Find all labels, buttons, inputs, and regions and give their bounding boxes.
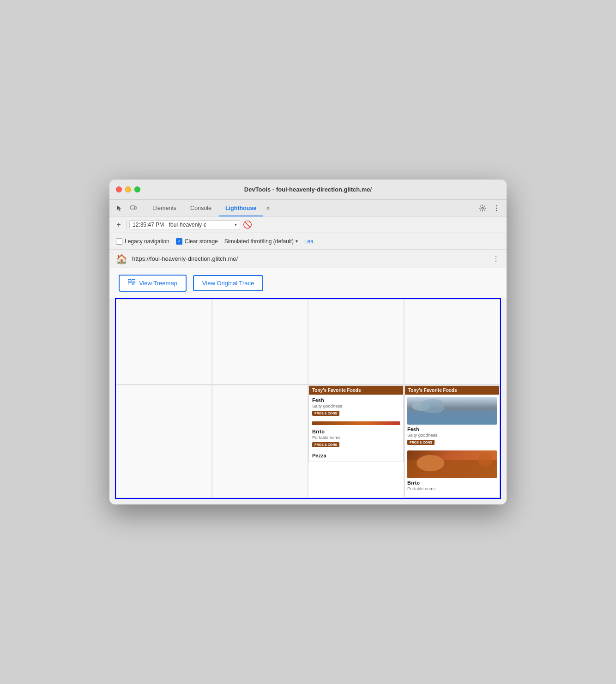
url-bar[interactable]: 12:35:47 PM - foul-heavenly-c ▾ (129, 220, 240, 229)
more-tabs-button[interactable]: » (264, 205, 272, 211)
svg-rect-7 (128, 283, 133, 285)
view-treemap-label: View Treemap (139, 280, 177, 287)
legacy-nav-label: Legacy navigation (125, 238, 169, 245)
window-title: DevTools - foul-heavenly-direction.glitc… (244, 186, 372, 193)
learn-more-link[interactable]: Lea (304, 238, 314, 245)
svg-rect-0 (131, 206, 135, 209)
tab-elements[interactable]: Elements (146, 200, 183, 216)
svg-rect-6 (132, 280, 135, 282)
device-toggle-icon[interactable] (127, 202, 140, 215)
cursor-icon[interactable] (113, 202, 126, 215)
title-bar: DevTools - foul-heavenly-direction.glitc… (109, 180, 507, 200)
food-item-brrto-2: Brrto Portable noms (407, 480, 497, 491)
food-card-1-title: Tony's Favorite Foods (309, 386, 403, 395)
legacy-nav-group: Legacy navigation (116, 238, 169, 245)
close-button[interactable] (116, 186, 122, 192)
add-tab-button[interactable]: + (114, 221, 123, 229)
treemap-cell-1 (116, 299, 212, 384)
traffic-lights (116, 186, 140, 192)
clear-storage-label: Clear storage (185, 238, 218, 245)
treemap-cell-2 (212, 299, 308, 384)
page-url: https://foul-heavenly-direction.glitch.m… (132, 255, 488, 262)
maximize-button[interactable] (134, 186, 140, 192)
food-name-fesh-1: Fesh (312, 397, 400, 403)
treemap-cell-8: Tony's Favorite Foods Fesh Salty goodnes… (404, 385, 500, 498)
options-row: Legacy navigation ✓ Clear storage Simula… (109, 233, 507, 250)
settings-icon[interactable] (476, 202, 489, 215)
treemap-cell-7: Tony's Favorite Foods Fesh Salty goodnes… (308, 385, 404, 498)
view-original-trace-label: View Original Trace (202, 280, 254, 287)
burrito-image (407, 450, 497, 478)
throttle-chevron-icon: ▾ (296, 239, 298, 244)
legacy-nav-checkbox[interactable] (116, 238, 122, 245)
main-content-area: Tony's Favorite Foods Fesh Salty goodnes… (115, 298, 501, 499)
svg-point-3 (496, 207, 497, 208)
devtools-tab-bar: Elements Console Lighthouse » (109, 200, 507, 216)
treemap-cell-4 (404, 299, 500, 384)
food-desc-fesh-1: Salty goodness (312, 403, 400, 408)
treemap-cell-6 (212, 385, 308, 498)
view-treemap-button[interactable]: View Treemap (119, 275, 187, 292)
food-card-2: Tony's Favorite Foods Fesh Salty goodnes… (405, 385, 500, 498)
toolbar-row: + 12:35:47 PM - foul-heavenly-c ▾ 🚫 (109, 216, 507, 233)
throttle-label: Simulated throttling (default) (224, 238, 294, 245)
devtools-window: DevTools - foul-heavenly-direction.glitc… (109, 180, 507, 504)
svg-point-2 (496, 205, 497, 206)
view-original-trace-button[interactable]: View Original Trace (193, 275, 263, 291)
food-desc-brrto-1: Portable noms (312, 435, 400, 440)
tab-console[interactable]: Console (184, 200, 218, 216)
throttle-select[interactable]: Simulated throttling (default) ▾ (224, 238, 298, 245)
treemap-cell-3 (308, 299, 404, 384)
food-item-fesh-2: Fesh Salty goodness PROS & CONS (407, 426, 497, 447)
url-row: 🏠 https://foul-heavenly-direction.glitch… (109, 250, 507, 268)
url-more-options-icon[interactable]: ⋮ (492, 254, 500, 263)
svg-rect-1 (135, 207, 136, 209)
food-tag-fesh-2: PROS & CONS (407, 440, 435, 445)
tab-lighthouse[interactable]: Lighthouse (219, 200, 263, 216)
food-name-fesh-2: Fesh (407, 426, 497, 432)
url-chevron-icon: ▾ (235, 222, 237, 227)
food-desc-fesh-2: Salty goodness (407, 432, 497, 438)
food-item-fesh-1: Fesh Salty goodness PROS & CONS (312, 397, 400, 418)
food-tag-fesh-1: PROS & CONS (312, 411, 339, 416)
food-tag-brrto-1: PROS & CONS (312, 442, 339, 447)
food-card-2-title: Tony's Favorite Foods (405, 386, 499, 395)
minimize-button[interactable] (125, 186, 131, 192)
food-desc-brrto-2: Portable noms (407, 486, 497, 491)
food-item-brrto-1: Brrto Portable noms PROS & CONS (312, 429, 400, 449)
url-display-text: 12:35:47 PM - foul-heavenly-c (133, 222, 233, 228)
more-options-icon[interactable] (490, 202, 503, 215)
clear-storage-checkbox[interactable]: ✓ (176, 238, 182, 245)
fish-image (407, 397, 497, 425)
svg-rect-8 (133, 283, 135, 285)
food-name-pezza-1: Pezza (312, 453, 400, 458)
treemap-icon (128, 279, 135, 287)
action-row: View Treemap View Original Trace (109, 268, 507, 298)
svg-point-4 (496, 210, 497, 210)
food-name-brrto-1: Brrto (312, 429, 400, 434)
food-name-brrto-2: Brrto (407, 480, 497, 486)
clear-storage-group: ✓ Clear storage (176, 238, 218, 245)
treemap-cell-5 (116, 385, 212, 498)
food-card-1: Tony's Favorite Foods Fesh Salty goodnes… (308, 385, 404, 462)
lighthouse-icon: 🏠 (116, 253, 127, 264)
svg-rect-5 (128, 280, 131, 282)
no-entry-icon[interactable]: 🚫 (243, 220, 252, 229)
